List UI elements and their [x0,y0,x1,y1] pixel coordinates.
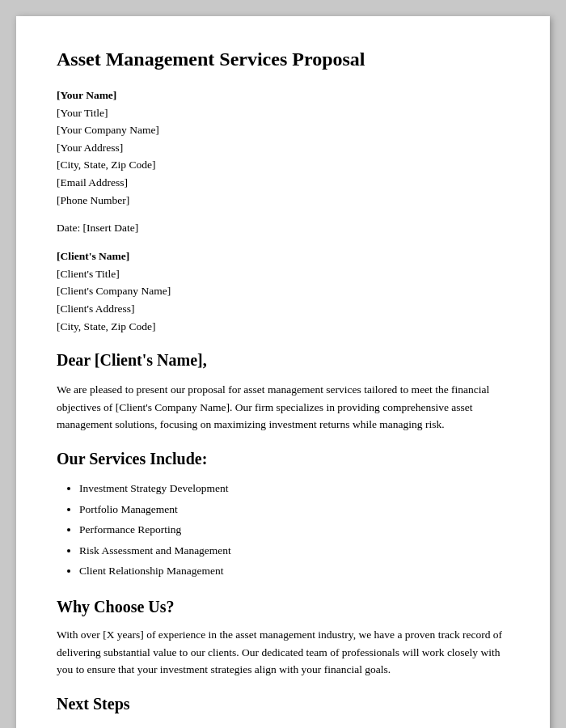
sender-city: [City, State, Zip Code] [57,156,509,174]
sender-address: [Your Address] [57,139,509,157]
sender-title: [Your Title] [57,104,509,122]
list-item: Performance Reporting [79,519,509,540]
date-line: Date: [Insert Date] [57,222,509,235]
sender-company: [Your Company Name] [57,121,509,139]
salutation: Dear [Client's Name], [57,351,509,370]
next-steps-heading: Next Steps [57,695,509,713]
document-page: Asset Management Services Proposal [Your… [16,16,550,728]
list-item: Risk Assessment and Management [79,540,509,561]
recipient-title: [Client's Title] [57,265,509,283]
why-choose-heading: Why Choose Us? [57,598,509,616]
recipient-city: [City, State, Zip Code] [57,318,509,336]
list-item: Investment Strategy Development [79,478,509,499]
recipient-name: [Client's Name] [57,248,509,265]
sender-phone: [Phone Number] [57,192,509,210]
recipient-address: [Client's Address] [57,300,509,318]
recipient-block: [Client's Name] [Client's Title] [Client… [57,248,509,335]
intro-paragraph: We are pleased to present our proposal f… [57,381,509,434]
document-title: Asset Management Services Proposal [57,49,509,70]
why-choose-paragraph: With over [X years] of experience in the… [57,626,509,679]
services-list: Investment Strategy Development Portfoli… [79,478,509,582]
recipient-company: [Client's Company Name] [57,282,509,300]
sender-email: [Email Address] [57,174,509,192]
list-item: Portfolio Management [79,499,509,520]
services-heading: Our Services Include: [57,450,509,468]
sender-name: [Your Name] [57,87,509,104]
next-steps-paragraph: We would appreciate the opportunity to d… [57,723,509,728]
sender-block: [Your Name] [Your Title] [Your Company N… [57,87,509,209]
list-item: Client Relationship Management [79,561,509,582]
